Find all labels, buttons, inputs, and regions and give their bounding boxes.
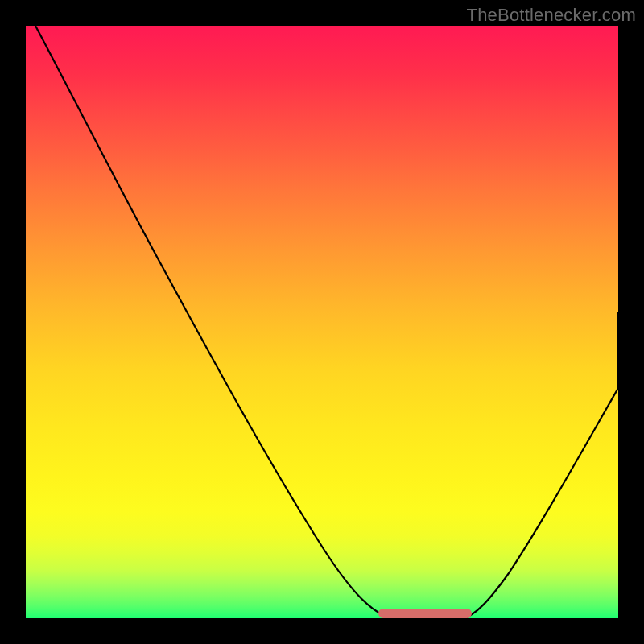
left-curve [35, 26, 402, 618]
plot-area [26, 26, 618, 618]
watermark-text: TheBottlenecker.com [467, 5, 636, 26]
curve-layer [26, 26, 618, 618]
right-curve [464, 312, 618, 618]
optimal-range-marker [378, 609, 472, 618]
chart-container: TheBottlenecker.com [0, 0, 644, 644]
